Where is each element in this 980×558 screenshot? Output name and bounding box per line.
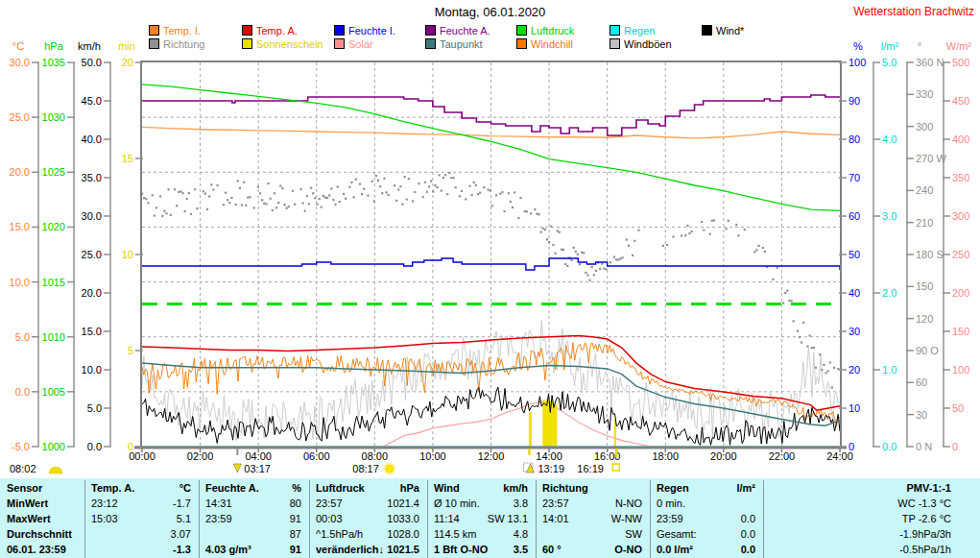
svg-text:30.0: 30.0 — [82, 210, 102, 222]
table-cell: 4.03 g/m³91 — [199, 542, 309, 557]
svg-text:18:00: 18:00 — [652, 450, 679, 462]
table-cell: 114.5 km4.8 — [427, 526, 536, 542]
svg-text:350: 350 — [952, 172, 969, 183]
svg-text:4.0: 4.0 — [882, 133, 896, 145]
svg-text:10: 10 — [122, 249, 133, 260]
table-cell: 14:01W-NW — [536, 511, 650, 526]
svg-text:08:00: 08:00 — [362, 450, 389, 462]
svg-text:180 S: 180 S — [916, 249, 944, 260]
svg-text:300: 300 — [952, 210, 969, 222]
table-cell: Sensor — [0, 480, 84, 496]
svg-text:0.0: 0.0 — [882, 441, 896, 452]
svg-text:30: 30 — [916, 409, 927, 421]
svg-text:80: 80 — [849, 133, 860, 145]
svg-text:2.0: 2.0 — [882, 287, 896, 299]
table-cell: 0 min. — [650, 496, 763, 511]
table-cell: 3.07 — [84, 526, 199, 542]
table-cell: veränderlich↓1021.5 — [309, 542, 427, 557]
svg-text:10.0: 10.0 — [10, 277, 30, 288]
svg-text:250: 250 — [952, 249, 969, 260]
table-cell: 0.0 l/m²0.0 — [650, 542, 763, 557]
svg-text:60: 60 — [849, 210, 860, 222]
svg-text:1035: 1035 — [42, 57, 65, 68]
table-cell: PMV-1:-1 — [763, 480, 980, 496]
svg-text:1010: 1010 — [42, 331, 65, 343]
table-cell: Richtung — [536, 480, 650, 496]
svg-text:24:00: 24:00 — [826, 450, 853, 462]
svg-text:%: % — [853, 40, 863, 52]
svg-text:22:00: 22:00 — [769, 450, 796, 462]
svg-text:240: 240 — [916, 184, 933, 196]
weather-chart: 30.025.020.015.010.05.00.0-5.0°C10351030… — [0, 0, 980, 477]
svg-text:90: 90 — [849, 95, 860, 107]
svg-text:500: 500 — [952, 57, 969, 68]
table-cell: MinWert — [0, 496, 84, 511]
svg-text:13:19: 13:19 — [538, 463, 564, 474]
svg-text:03:17: 03:17 — [244, 463, 271, 474]
table-cell: MaxWert — [0, 511, 84, 526]
svg-text:120: 120 — [916, 313, 933, 325]
svg-text:0: 0 — [952, 441, 958, 452]
table-cell: 1 Bft O-NO3.5 — [427, 542, 536, 557]
svg-text:45.0: 45.0 — [82, 95, 102, 107]
svg-text:l/m²: l/m² — [881, 40, 899, 52]
svg-text:450: 450 — [952, 95, 969, 107]
svg-text:35.0: 35.0 — [82, 172, 102, 183]
svg-text:06:00: 06:00 — [303, 450, 330, 462]
svg-text:30: 30 — [849, 326, 860, 337]
svg-text:08:02: 08:02 — [10, 463, 36, 474]
svg-text:400: 400 — [952, 133, 969, 145]
svg-text:20: 20 — [849, 364, 860, 376]
svg-text:15.0: 15.0 — [10, 221, 30, 232]
table-cell: 23:12-1.7 — [84, 496, 199, 511]
table-cell: 11:14SW 13.1 — [427, 511, 536, 526]
svg-text:150: 150 — [916, 280, 933, 292]
svg-text:hPa: hPa — [44, 40, 63, 52]
svg-text:20.0: 20.0 — [82, 287, 102, 299]
svg-text:100: 100 — [952, 364, 969, 376]
table-cell: Temp. A.°C — [84, 480, 199, 496]
sunset-icon — [612, 464, 619, 471]
svg-text:150: 150 — [952, 326, 969, 337]
svg-text:25.0: 25.0 — [10, 111, 30, 123]
svg-text:04:00: 04:00 — [245, 450, 272, 462]
svg-text:5: 5 — [128, 345, 133, 356]
svg-text:25.0: 25.0 — [82, 249, 102, 260]
svg-text:40: 40 — [849, 287, 860, 299]
table-cell: 87 — [199, 526, 309, 542]
stats-table: SensorMinWertMaxWertDurchschnitt06.01. 2… — [0, 478, 980, 558]
svg-text:02:00: 02:00 — [187, 450, 214, 462]
weather-chart-page: Montag, 06.01.2020 Wetterstation Brachwi… — [0, 0, 980, 558]
svg-text:1030: 1030 — [42, 111, 65, 123]
table-cell: 23:571021.4 — [309, 496, 427, 511]
svg-text:270 W: 270 W — [916, 153, 946, 164]
svg-text:50: 50 — [849, 249, 860, 260]
svg-text:330: 330 — [916, 88, 933, 100]
table-cell: -0.5hPa/1h — [763, 542, 980, 557]
table-cell: 14:3180 — [199, 496, 309, 511]
svg-text:0.0: 0.0 — [87, 441, 102, 452]
svg-text:08:17: 08:17 — [352, 463, 379, 474]
svg-text:360 N: 360 N — [916, 57, 944, 68]
svg-text:40.0: 40.0 — [82, 133, 102, 145]
svg-text:5.0: 5.0 — [882, 57, 896, 68]
table-cell: WC -1.3 °C — [763, 496, 980, 511]
table-cell: TP -2.6 °C — [763, 511, 980, 526]
svg-text:100: 100 — [849, 57, 866, 68]
svg-text:1000: 1000 — [42, 441, 65, 452]
table-cell: Durchschnitt — [0, 526, 84, 542]
table-cell: 15:035.1 — [84, 511, 199, 526]
svg-text:1015: 1015 — [42, 277, 65, 288]
svg-text:200: 200 — [952, 287, 969, 299]
svg-text:°C: °C — [12, 40, 24, 52]
table-cell: LuftdruckhPa — [309, 480, 427, 496]
svg-text:1005: 1005 — [42, 386, 65, 398]
svg-text:1020: 1020 — [42, 221, 65, 232]
svg-text:15.0: 15.0 — [82, 326, 102, 337]
svg-text:16:19: 16:19 — [577, 463, 604, 474]
table-cell: 60 °O-NO — [536, 542, 650, 557]
svg-text:W/m²: W/m² — [946, 40, 972, 52]
svg-text:60: 60 — [916, 376, 927, 388]
table-cell: Feuchte A.% — [199, 480, 309, 496]
table-cell: Windkm/h — [427, 480, 536, 496]
